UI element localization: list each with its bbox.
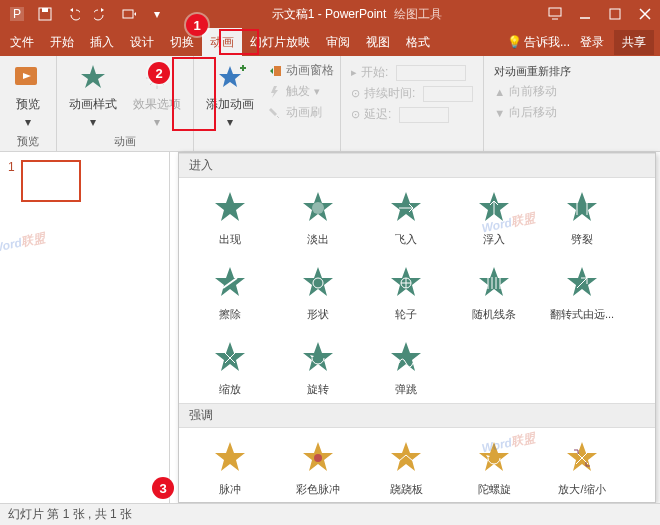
star-icon — [386, 188, 426, 228]
star-icon — [386, 263, 426, 303]
gallery-item-label: 轮子 — [395, 307, 417, 322]
gallery-item-label: 弹跳 — [395, 382, 417, 397]
star-icon — [562, 188, 602, 228]
gallery-item-label: 出现 — [219, 232, 241, 247]
gallery-item[interactable]: 随机线条 — [451, 259, 537, 326]
star-icon — [562, 438, 602, 478]
thumb-preview — [21, 160, 81, 202]
tell-me[interactable]: 💡告诉我... — [507, 34, 570, 51]
redo-icon[interactable] — [88, 2, 114, 26]
start-field: ▸ 开始: — [351, 62, 473, 83]
thumbnail-pane: 1 — [0, 152, 170, 503]
gallery-item-label: 淡出 — [307, 232, 329, 247]
star-icon — [474, 263, 514, 303]
group-label-animation: 动画 — [63, 132, 187, 149]
share-button[interactable]: 共享 — [614, 30, 654, 55]
gallery-item[interactable]: 轮子 — [363, 259, 449, 326]
gallery-item[interactable]: 擦除 — [187, 259, 273, 326]
gallery-item[interactable]: 脉冲 — [187, 434, 273, 501]
gallery-item[interactable]: 形状 — [275, 259, 361, 326]
gallery-item[interactable]: 跷跷板 — [363, 434, 449, 501]
window-controls — [540, 0, 660, 28]
animation-gallery: 进入 出现淡出飞入浮入劈裂 擦除形状轮子随机线条翻转式由远... 缩放旋转弹跳 … — [178, 152, 656, 503]
ribbon-group-timing: ▸ 开始: ⊙ 持续时间: ⊙ 延迟: — [341, 56, 484, 151]
dropdown-icon: ▾ — [25, 115, 31, 129]
gallery-item[interactable]: 淡出 — [275, 184, 361, 251]
callout-2: 2 — [148, 62, 170, 84]
animation-painter-button: 动画刷 — [268, 102, 334, 123]
ribbon: 预览▾ 预览 动画样式▾ 效果选项▾ 动画 添加动画▾ 动画窗格 触发 ▾ — [0, 56, 660, 152]
svg-rect-4 — [123, 10, 133, 18]
close-icon[interactable] — [630, 0, 660, 28]
gallery-item[interactable]: 弹跳 — [363, 334, 449, 401]
gallery-item[interactable]: 旋转 — [275, 334, 361, 401]
gallery-item-label: 陀螺旋 — [478, 482, 511, 497]
minimize-icon[interactable] — [570, 0, 600, 28]
callout-3: 3 — [152, 477, 174, 499]
star-icon — [210, 263, 250, 303]
gallery-item-label: 脉冲 — [219, 482, 241, 497]
duration-field: ⊙ 持续时间: — [351, 83, 473, 104]
app-icon[interactable]: P — [4, 2, 30, 26]
menu-design[interactable]: 设计 — [122, 28, 162, 56]
gallery-item[interactable]: 浮入 — [451, 184, 537, 251]
dropdown-icon: ▾ — [227, 115, 233, 129]
menu-view[interactable]: 视图 — [358, 28, 398, 56]
doc-title: 示文稿1 - PowerPoint — [272, 6, 387, 23]
menubar: 文件 开始 插入 设计 切换 动画 幻灯片放映 审阅 视图 格式 💡告诉我...… — [0, 28, 660, 56]
gallery-item[interactable]: 放大/缩小 — [539, 434, 625, 501]
gallery-item-label: 擦除 — [219, 307, 241, 322]
start-icon[interactable] — [116, 2, 142, 26]
maximize-icon[interactable] — [600, 0, 630, 28]
svg-rect-9 — [274, 66, 281, 76]
group-label-preview: 预览 — [6, 132, 50, 149]
gallery-item[interactable]: 出现 — [187, 184, 273, 251]
gallery-item-label: 飞入 — [395, 232, 417, 247]
menu-file[interactable]: 文件 — [2, 28, 42, 56]
undo-icon[interactable] — [60, 2, 86, 26]
svg-rect-6 — [610, 9, 620, 19]
thumb-number: 1 — [8, 160, 15, 202]
ribbon-options-icon[interactable] — [540, 0, 570, 28]
gallery-item[interactable]: 劈裂 — [539, 184, 625, 251]
save-icon[interactable] — [32, 2, 58, 26]
highlight-addanim — [172, 57, 216, 131]
menu-format[interactable]: 格式 — [398, 28, 438, 56]
animation-pane-button[interactable]: 动画窗格 — [268, 60, 334, 81]
menu-review[interactable]: 审阅 — [318, 28, 358, 56]
dropdown-icon: ▾ — [154, 115, 160, 129]
star-icon — [210, 188, 250, 228]
gallery-item-label: 放大/缩小 — [558, 482, 605, 497]
window-title: 示文稿1 - PowerPoint 绘图工具 — [174, 6, 540, 23]
star-icon — [562, 263, 602, 303]
dropdown-icon: ▾ — [90, 115, 96, 129]
preview-button[interactable]: 预览▾ — [6, 60, 50, 131]
gallery-item[interactable]: 翻转式由远... — [539, 259, 625, 326]
star-icon — [210, 438, 250, 478]
add-animation-icon — [214, 62, 246, 94]
section-entrance: 进入 — [179, 153, 655, 178]
gallery-item-label: 旋转 — [307, 382, 329, 397]
menu-home[interactable]: 开始 — [42, 28, 82, 56]
gallery-item[interactable]: 彩色脉冲 — [275, 434, 361, 501]
slide-thumbnail[interactable]: 1 — [8, 160, 161, 202]
titlebar: P ▾ 示文稿1 - PowerPoint 绘图工具 — [0, 0, 660, 28]
gallery-item[interactable]: 缩放 — [187, 334, 273, 401]
animation-styles-button[interactable]: 动画样式▾ — [63, 60, 123, 131]
gallery-item-label: 彩色脉冲 — [296, 482, 340, 497]
svg-point-13 — [314, 454, 322, 462]
gallery-item[interactable]: 陀螺旋 — [451, 434, 537, 501]
qat-more-icon[interactable]: ▾ — [144, 2, 170, 26]
gallery-item-label: 浮入 — [483, 232, 505, 247]
star-icon — [298, 438, 338, 478]
gallery-item-label: 跷跷板 — [390, 482, 423, 497]
login-button[interactable]: 登录 — [574, 34, 610, 51]
star-icon — [386, 438, 426, 478]
reorder-title: 对动画重新排序 — [494, 62, 571, 81]
trigger-button: 触发 ▾ — [268, 81, 334, 102]
move-backward-button: ▼ 向后移动 — [494, 102, 571, 123]
gallery-item-label: 缩放 — [219, 382, 241, 397]
gallery-item[interactable]: 飞入 — [363, 184, 449, 251]
menu-insert[interactable]: 插入 — [82, 28, 122, 56]
gallery-item-label: 随机线条 — [472, 307, 516, 322]
